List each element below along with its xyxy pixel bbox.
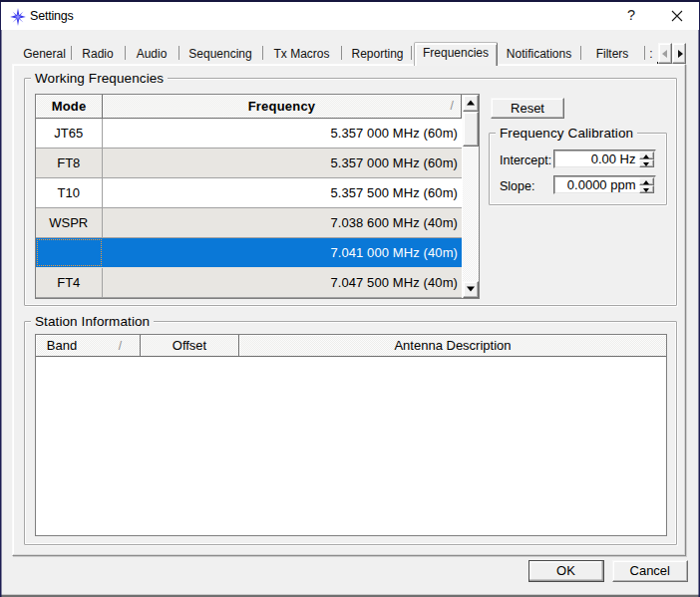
mode-cell[interactable]: JT65 — [36, 119, 103, 148]
tab-bar: GeneralRadioAudioSequencingTx MacrosRepo… — [0, 42, 700, 64]
scrollbar-down-button[interactable] — [463, 281, 479, 298]
tab-separator — [178, 46, 179, 60]
mode-cell[interactable]: FT8 — [36, 149, 103, 177]
table-row[interactable]: FT47.047 500 MHz (40m) — [36, 268, 462, 298]
sort-indicator-frequency: / — [450, 95, 454, 118]
window-title: Settings — [30, 9, 74, 23]
frequency-cell[interactable]: 5.357 000 MHz (60m) — [103, 119, 463, 148]
column-header-antenna-description[interactable]: Antenna Description — [239, 335, 666, 357]
slope-spin-buttons — [639, 177, 654, 193]
down-arrow-icon — [467, 287, 475, 292]
mode-cell[interactable]: FT4 — [36, 268, 103, 297]
frequency-cell[interactable]: 5.357 000 MHz (60m) — [103, 149, 463, 177]
working-frequencies-table[interactable]: Mode Frequency / JT655.357 000 MHz (60m)… — [35, 94, 480, 299]
table-row[interactable]: JT655.357 000 MHz (60m) — [36, 119, 462, 149]
tab--[interactable]: : — [644, 45, 658, 64]
mode-cell[interactable]: T10 — [36, 178, 103, 207]
frequency-cell[interactable]: 5.357 500 MHz (60m) — [103, 178, 463, 207]
tab-reporting[interactable]: Reporting — [341, 45, 414, 64]
tab-radio[interactable]: Radio — [71, 45, 125, 64]
tab-filters[interactable]: Filters — [580, 45, 644, 64]
cancel-button[interactable]: Cancel — [612, 560, 689, 582]
scrollbar-thumb[interactable] — [463, 112, 479, 147]
close-icon — [670, 9, 684, 23]
left-arrow-icon — [662, 50, 667, 58]
app-icon — [10, 8, 26, 26]
working-frequencies-group: Working Frequencies Mode Frequency / JT6… — [24, 78, 677, 306]
intercept-label: Intercept: — [500, 153, 551, 167]
tab-separator — [644, 46, 645, 60]
intercept-spin-buttons — [639, 151, 654, 167]
up-arrow-icon — [467, 101, 475, 106]
intercept-value: 0.00 Hz — [591, 150, 636, 167]
help-button[interactable]: ? — [616, 2, 646, 30]
tab-scrollers — [658, 43, 686, 64]
mode-cell[interactable] — [36, 238, 103, 267]
spin-down-icon — [643, 188, 649, 192]
slope-label: Slope: — [500, 179, 534, 193]
table-row[interactable]: T105.357 500 MHz (60m) — [36, 178, 462, 208]
tab-tx-macros[interactable]: Tx Macros — [262, 45, 341, 64]
working-frequencies-group-label: Working Frequencies — [31, 71, 168, 86]
tab-audio[interactable]: Audio — [125, 45, 178, 64]
working-frequencies-header: Mode Frequency / — [36, 95, 462, 119]
intercept-spin-up-button[interactable] — [639, 151, 654, 159]
frequency-cell[interactable]: 7.041 000 MHz (40m) — [103, 238, 463, 267]
vertical-scrollbar[interactable] — [463, 95, 479, 298]
slope-spin-up-button[interactable] — [639, 177, 654, 185]
table-row[interactable]: WSPR7.038 600 MHz (40m) — [36, 208, 462, 238]
frequency-cell[interactable]: 7.038 600 MHz (40m) — [103, 208, 463, 237]
frequency-calibration-group: Frequency Calibration Intercept: 0.00 Hz… — [489, 133, 667, 205]
column-header-frequency[interactable]: Frequency / — [103, 95, 462, 119]
tab-general[interactable]: General — [18, 45, 71, 64]
slope-spinbox[interactable]: 0.0000 ppm — [553, 175, 656, 194]
tab-separator — [580, 46, 581, 60]
table-row[interactable]: 7.041 000 MHz (40m) — [36, 238, 462, 268]
scrollbar-up-button[interactable] — [463, 95, 479, 112]
station-information-header: Band / Offset Antenna Description — [36, 335, 666, 357]
mode-cell[interactable]: WSPR — [36, 208, 103, 237]
spin-down-icon — [643, 162, 649, 166]
table-row[interactable]: FT85.357 000 MHz (60m) — [36, 149, 462, 178]
intercept-spinbox[interactable]: 0.00 Hz — [553, 149, 656, 168]
tab-scroll-left-button[interactable] — [658, 43, 672, 64]
spin-up-icon — [643, 154, 649, 158]
tab-separator — [71, 46, 72, 60]
tab-separator — [411, 46, 412, 60]
settings-dialog: Settings ? GeneralRadioAudioSequencingTx… — [0, 0, 700, 597]
spin-up-icon — [643, 180, 649, 184]
close-button[interactable] — [662, 2, 692, 30]
tab-sequencing[interactable]: Sequencing — [178, 45, 262, 64]
ok-button[interactable]: OK — [528, 560, 604, 582]
tab-separator — [262, 46, 263, 60]
intercept-spin-down-button[interactable] — [639, 159, 654, 167]
right-arrow-icon — [678, 50, 683, 58]
frequencies-tab-page: Working Frequencies Mode Frequency / JT6… — [12, 64, 686, 556]
tab-scroll-right-button[interactable] — [672, 43, 686, 64]
station-information-table[interactable]: Band / Offset Antenna Description — [35, 334, 667, 536]
slope-spin-down-button[interactable] — [639, 185, 654, 193]
column-header-offset[interactable]: Offset — [141, 335, 239, 357]
title-bar: Settings ? — [1, 2, 699, 30]
column-header-band[interactable]: Band / — [36, 335, 141, 357]
tab-frequencies[interactable]: Frequencies — [414, 42, 498, 66]
column-header-mode[interactable]: Mode — [36, 95, 103, 119]
sort-indicator-band: / — [119, 335, 122, 356]
slope-value: 0.0000 ppm — [567, 176, 636, 193]
station-information-group: Station Information Band / Offset Antenn… — [24, 321, 677, 545]
frequency-calibration-group-label: Frequency Calibration — [496, 126, 637, 141]
reset-button[interactable]: Reset — [491, 98, 564, 119]
tab-separator — [125, 46, 126, 60]
tab-notifications[interactable]: Notifications — [498, 45, 580, 64]
tab-separator — [341, 46, 342, 60]
frequency-cell[interactable]: 7.047 500 MHz (40m) — [103, 268, 463, 297]
station-information-group-label: Station Information — [31, 314, 154, 329]
